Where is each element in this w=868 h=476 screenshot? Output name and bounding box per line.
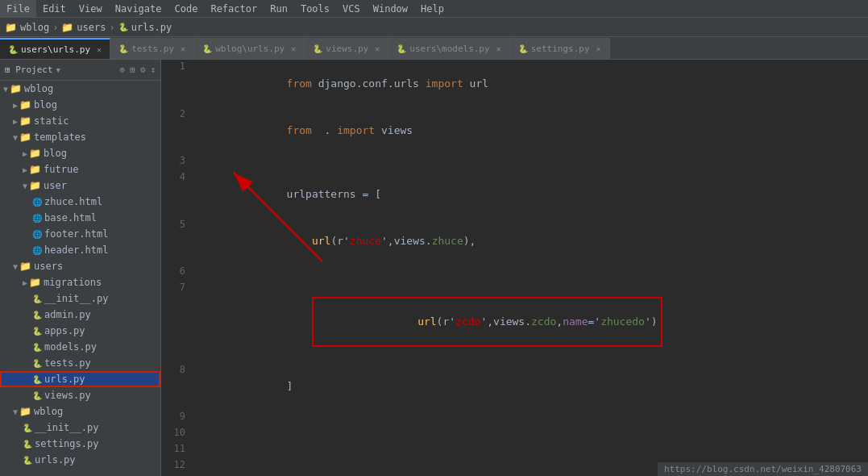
tree-item-wblog-urls[interactable]: 🐍 urls.py [0,452,160,468]
tree-item-futrue[interactable]: ▶ 📁 futrue [0,161,160,177]
tree-label-users: users [34,261,63,272]
tree-item-init-py[interactable]: 🐍 __init__.py [0,290,160,307]
str-zhuce-fn: zhuce [432,235,463,247]
tree-label-wblog-settings: settings.py [35,438,98,449]
kw-import2: import [337,124,375,136]
folder-icon-static: 📁 [19,115,31,127]
tree-item-migrations[interactable]: ▶ 📁 migrations [0,274,160,290]
tree-item-base-html[interactable]: 🌐 base.html [0,210,160,226]
tab-users-urls[interactable]: 🐍 users\urls.py ✕ [0,38,110,59]
folder-icon-wblog-sub: 📁 [19,406,31,417]
breadcrumb-users[interactable]: users [77,22,106,33]
tab-close-icon-2[interactable]: ✕ [181,44,185,53]
tab-close-icon-3[interactable]: ✕ [291,44,296,53]
py-icon-small: 🐍 [118,23,128,31]
table-row: 7 url(r'zcdo',views.zcdo,name='zhucedo') [161,281,868,363]
menu-view[interactable]: View [73,0,109,17]
folder-icon-users: 📁 [61,22,73,33]
py-icon-models: 🐍 [32,343,42,352]
breadcrumb-urlspy[interactable]: urls.py [131,22,172,33]
tab-views[interactable]: 🐍 views.py ✕ [305,38,388,59]
status-url: https://blog.csdn.net/weixin_42807063 [664,464,862,474]
sidebar-sort-icon[interactable]: ↕ [150,65,156,75]
table-row: 11 [161,442,868,458]
tab-tests[interactable]: 🐍 tests.py ✕ [110,38,194,59]
punc-5b: ',views. [381,235,432,247]
tree-item-admin-py[interactable]: 🐍 admin.py [0,307,160,323]
arrow-wblog-sub: ▼ [13,407,18,416]
tree-item-wblog[interactable]: ▼ 📁 wblog [0,81,160,97]
tree-item-blog[interactable]: ▶ 📁 blog [0,97,160,113]
tree-item-footer-html[interactable]: 🌐 footer.html [0,226,160,242]
tree-item-static[interactable]: ▶ 📁 static [0,113,160,129]
line-num-8: 8 [161,363,193,411]
menu-vcs[interactable]: VCS [336,0,367,17]
folder-icon-futrue: 📁 [29,164,41,175]
menu-window[interactable]: Window [367,0,414,17]
tree-label-static: static [34,115,69,127]
tab-wblog-urls[interactable]: 🐍 wblog\urls.py ✕ [194,38,305,59]
menu-tools[interactable]: Tools [294,0,336,17]
menu-code[interactable]: Code [168,0,205,17]
arrow-templates: ▼ [13,133,18,142]
code-area[interactable]: 1 from django.conf.urls import url 2 fro… [161,60,868,476]
tree-item-wblog-sub[interactable]: ▼ 📁 wblog [0,403,160,420]
line-num-10: 10 [161,426,193,442]
tab-close-icon[interactable]: ✕ [97,45,102,54]
kw-from2: from [287,124,312,136]
sidebar-header-left: ⊞ Project ▼ [5,65,60,75]
menu-navigate[interactable]: Navigate [109,0,168,17]
tree-item-templates-blog[interactable]: ▶ 📁 blog [0,145,160,161]
tab-close-icon-5[interactable]: ✕ [496,44,501,53]
sidebar-add-icon[interactable]: ⊕ [120,65,126,75]
tree-label-wblog: wblog [24,83,53,94]
line-num-12: 12 [161,458,193,474]
tree-item-zhuce-html[interactable]: 🌐 zhuce.html [0,194,160,210]
menu-file[interactable]: File [0,0,36,17]
tree-label-apps-py: apps.py [44,325,85,336]
tree-item-wblog-settings[interactable]: 🐍 settings.py [0,436,160,452]
punc-7a: (r' [437,315,455,328]
table-row: 10 [161,426,868,442]
folder-icon-user: 📁 [29,180,41,191]
tab-close-icon-4[interactable]: ✕ [375,44,380,53]
sidebar-gear-icon[interactable]: ⚙ [140,65,146,75]
tab-close-icon-6[interactable]: ✕ [596,44,601,53]
menu-refactor[interactable]: Refactor [204,0,264,17]
tree-item-users[interactable]: ▼ 📁 users [0,258,160,274]
kw-import: import [426,77,463,90]
menu-run[interactable]: Run [264,0,294,17]
tree-label-admin-py: admin.py [44,309,91,320]
tree-item-apps-py[interactable]: 🐍 apps.py [0,323,160,339]
tree-item-models-py[interactable]: 🐍 models.py [0,339,160,355]
folder-icon-templates: 📁 [19,132,31,143]
fn-url-5: url [312,235,330,247]
table-row: 1 from django.conf.urls import url [161,60,868,107]
line-num-9: 9 [161,410,193,426]
tree-item-wblog-init[interactable]: 🐍 __init__.py [0,420,160,436]
menu-edit[interactable]: Edit [36,0,73,17]
tree-item-views-py[interactable]: 🐍 views.py [0,387,160,403]
status-bar: https://blog.csdn.net/weixin_42807063 [658,462,868,476]
tab-users-models[interactable]: 🐍 users\models.py ✕ [388,38,509,59]
tree-label-blog: blog [34,99,57,111]
breadcrumb-wblog[interactable]: wblog [20,22,49,33]
tab-settings[interactable]: 🐍 settings.py ✕ [510,38,610,59]
folder-icon-migrations: 📁 [29,277,41,288]
line-num-6: 6 [161,265,193,281]
tree-label-wblog-init: __init__.py [35,422,98,433]
py-icon-init: 🐍 [32,294,42,303]
menu-bar: File Edit View Navigate Code Refactor Ru… [0,0,868,18]
tree-item-templates[interactable]: ▼ 📁 templates [0,129,160,145]
tree-item-tests-py[interactable]: 🐍 tests.py [0,355,160,371]
line-content-1: from django.conf.urls import url [193,60,868,107]
sidebar-expand-icon[interactable]: ⊞ [130,65,135,75]
tree-label-base-html: base.html [44,212,97,223]
tree-item-header-html[interactable]: 🌐 header.html [0,242,160,258]
punc-5c: ), [463,235,476,247]
menu-help[interactable]: Help [414,0,451,17]
bracket-close: ] [287,380,293,392]
tree-item-user[interactable]: ▼ 📁 user [0,177,160,194]
sidebar-dropdown-icon[interactable]: ▼ [56,66,60,74]
tree-item-urls-py[interactable]: 🐍 urls.py [0,371,160,387]
